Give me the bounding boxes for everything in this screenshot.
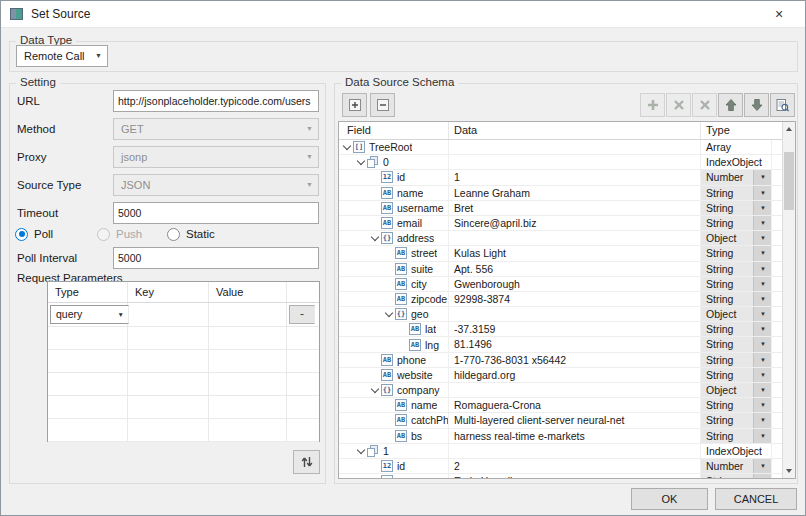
move-down-button[interactable]	[744, 93, 769, 117]
field-type-select[interactable]: Number▼	[701, 459, 772, 473]
preview-data-button[interactable]	[770, 93, 795, 117]
tree-row[interactable]: {}companyObject▼	[339, 383, 784, 398]
tree-row[interactable]: []TreeRootArray	[339, 140, 784, 155]
field-type-select[interactable]: String▼	[701, 413, 772, 427]
ok-button[interactable]: OK	[631, 488, 708, 510]
param-value-cell[interactable]	[209, 303, 287, 326]
static-radio[interactable]: Static	[167, 225, 215, 243]
tree-row[interactable]: ABnameLeanne GrahamString▼	[339, 186, 784, 201]
delete-all-fields-button[interactable]	[692, 93, 717, 117]
tree-data-cell[interactable]: harness real-time e-markets	[449, 429, 701, 443]
tree-row[interactable]: 12id1Number▼	[339, 170, 784, 185]
tree-row[interactable]: ABzipcode92998-3874String▼	[339, 292, 784, 307]
tree-row[interactable]: ABstreetKulas LightString▼	[339, 246, 784, 261]
tree-row[interactable]: ABemailSincere@april.bizString▼	[339, 216, 784, 231]
tree-expander-icon[interactable]	[355, 445, 367, 457]
tree-row[interactable]: ABwebsitehildegard.orgString▼	[339, 368, 784, 383]
scrollbar-thumb[interactable]	[784, 152, 794, 210]
field-type-select[interactable]: String▼	[701, 337, 772, 351]
tree-data-cell[interactable]: 2	[449, 459, 701, 473]
tree-expander-icon[interactable]	[369, 384, 381, 396]
data-type-select[interactable]: Remote Call ▼	[16, 45, 108, 67]
tree-data-cell[interactable]: Gwenborough	[449, 277, 701, 291]
field-type-select[interactable]: String▼	[701, 186, 772, 200]
tree-data-cell[interactable]	[449, 231, 701, 245]
field-type-select[interactable]: String▼	[701, 262, 772, 276]
tree-data-cell[interactable]: Kulas Light	[449, 246, 701, 260]
timeout-input[interactable]	[113, 202, 319, 224]
field-type-select[interactable]: String▼	[701, 201, 772, 215]
collapse-all-button[interactable]	[370, 93, 395, 117]
field-type-select[interactable]: String▼	[701, 277, 772, 291]
push-radio[interactable]: Push	[97, 225, 142, 243]
tree-data-cell[interactable]: Bret	[449, 201, 701, 215]
param-type-select[interactable]: query ▼	[50, 305, 129, 324]
tree-row[interactable]: ABusernameBretString▼	[339, 201, 784, 216]
tree-data-cell[interactable]: Romaguera-Crona	[449, 398, 701, 412]
tree-data-cell[interactable]	[449, 155, 701, 169]
proxy-select[interactable]: jsonp ▼	[113, 146, 319, 168]
tree-expander-icon[interactable]	[369, 232, 381, 244]
tree-data-cell[interactable]: Ervin Howell	[449, 474, 701, 479]
tree-row[interactable]: ABlat-37.3159String▼	[339, 322, 784, 337]
tree-row[interactable]: {}addressObject▼	[339, 231, 784, 246]
sort-parameters-button[interactable]	[293, 450, 320, 474]
field-type-select[interactable]: Object▼	[701, 231, 772, 245]
tree-data-cell[interactable]: 81.1496	[449, 337, 701, 351]
scroll-down-icon[interactable]	[783, 464, 795, 478]
field-type-select[interactable]: String▼	[701, 216, 772, 230]
param-key-cell[interactable]	[128, 303, 209, 326]
tree-row[interactable]: {}geoObject▼	[339, 307, 784, 322]
tree-row[interactable]: ABcityGwenboroughString▼	[339, 277, 784, 292]
tree-expander-icon[interactable]	[383, 308, 395, 320]
tree-data-cell[interactable]: Leanne Graham	[449, 186, 701, 200]
tree-data-cell[interactable]: 92998-3874	[449, 292, 701, 306]
move-up-button[interactable]	[718, 93, 743, 117]
field-type-select[interactable]: String▼	[701, 322, 772, 336]
tree-data-cell[interactable]: Multi-layered client-server neural-net	[449, 413, 701, 427]
tree-row[interactable]: ABnameErvin HowellString▼	[339, 474, 784, 479]
tree-row[interactable]: 0IndexObject	[339, 155, 784, 170]
field-type-select[interactable]: String▼	[701, 429, 772, 443]
field-type-select[interactable]: String▼	[701, 398, 772, 412]
source-type-select[interactable]: JSON ▼	[113, 174, 319, 196]
tree-data-cell[interactable]: hildegard.org	[449, 368, 701, 382]
field-type-select[interactable]: String▼	[701, 246, 772, 260]
tree-row[interactable]: ABnameRomaguera-CronaString▼	[339, 398, 784, 413]
tree-data-cell[interactable]: 1	[449, 170, 701, 184]
remove-parameter-button[interactable]: -	[289, 305, 315, 324]
close-icon[interactable]: ×	[765, 3, 793, 25]
tree-row[interactable]: 1IndexObject	[339, 444, 784, 459]
tree-data-cell[interactable]	[449, 444, 701, 458]
tree-data-cell[interactable]: Sincere@april.biz	[449, 216, 701, 230]
field-type-select[interactable]: String▼	[701, 292, 772, 306]
method-select[interactable]: GET ▼	[113, 118, 319, 140]
tree-row[interactable]: ABlng81.1496String▼	[339, 337, 784, 352]
field-type-select[interactable]: String▼	[701, 474, 772, 479]
tree-data-cell[interactable]: -37.3159	[449, 322, 701, 336]
tree-data-cell[interactable]	[449, 140, 701, 154]
add-field-button[interactable]	[640, 93, 665, 117]
field-type-select[interactable]: Object▼	[701, 307, 772, 321]
tree-row[interactable]: ABphone1-770-736-8031 x56442String▼	[339, 353, 784, 368]
tree-expander-icon[interactable]	[341, 141, 353, 153]
tree-data-cell[interactable]	[449, 383, 701, 397]
poll-interval-input[interactable]	[113, 247, 319, 269]
field-type-select[interactable]: Object▼	[701, 383, 772, 397]
delete-field-button[interactable]	[666, 93, 691, 117]
field-type-select[interactable]: String▼	[701, 368, 772, 382]
tree-row[interactable]: ABbsharness real-time e-marketsString▼	[339, 429, 784, 444]
scroll-up-icon[interactable]	[783, 122, 795, 136]
expand-all-button[interactable]	[342, 93, 367, 117]
tree-row[interactable]: 12id2Number▼	[339, 459, 784, 474]
field-type-select[interactable]: String▼	[701, 353, 772, 367]
field-type-select[interactable]: Number▼	[701, 170, 772, 184]
tree-data-cell[interactable]: Apt. 556	[449, 262, 701, 276]
tree-expander-icon[interactable]	[355, 156, 367, 168]
url-input[interactable]	[113, 90, 319, 112]
cancel-button[interactable]: CANCEL	[715, 488, 797, 510]
tree-data-cell[interactable]	[449, 307, 701, 321]
tree-row[interactable]: ABsuiteApt. 556String▼	[339, 262, 784, 277]
tree-row[interactable]: ABcatchPhraseMulti-layered client-server…	[339, 413, 784, 428]
poll-radio[interactable]: Poll	[15, 225, 53, 243]
